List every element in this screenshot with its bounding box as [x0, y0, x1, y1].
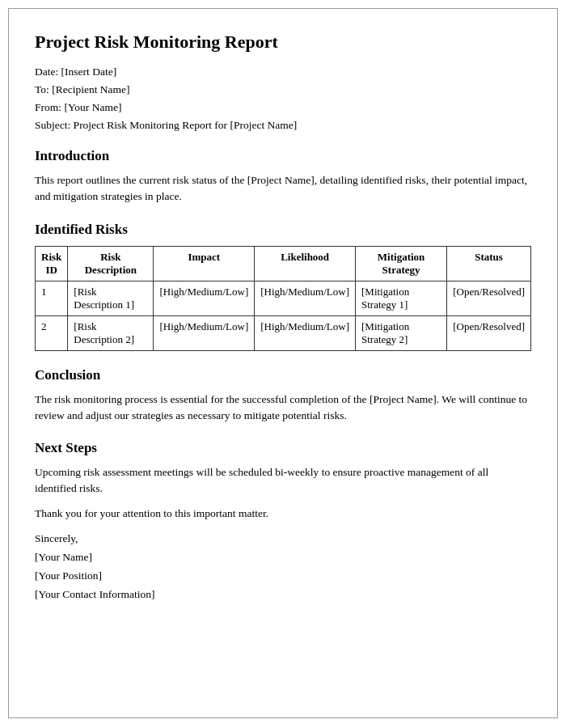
conclusion-heading: Conclusion — [35, 367, 531, 383]
cell-description: [Risk Description 2] — [68, 315, 154, 350]
identified-risks-heading: Identified Risks — [35, 222, 531, 238]
table-row: 2[Risk Description 2][High/Medium/Low][H… — [36, 315, 531, 350]
table-header-row: RiskID RiskDescription Impact Likelihood… — [36, 246, 531, 281]
document: Project Risk Monitoring Report Date: [In… — [8, 8, 558, 718]
document-title: Project Risk Monitoring Report — [35, 32, 531, 53]
signature-name: [Your Name] — [35, 548, 531, 567]
next-steps-heading: Next Steps — [35, 440, 531, 456]
signature-intro: Sincerely, — [35, 530, 531, 548]
cell-impact: [High/Medium/Low] — [154, 281, 255, 315]
col-likelihood: Likelihood — [255, 246, 356, 281]
cell-description: [Risk Description 1] — [68, 281, 154, 315]
introduction-heading: Introduction — [35, 148, 531, 164]
col-mitigation-strategy: MitigationStrategy — [356, 246, 447, 281]
cell-id: 2 — [36, 315, 68, 350]
cell-likelihood: [High/Medium/Low] — [255, 281, 356, 315]
signature-position: [Your Position] — [35, 567, 531, 586]
col-impact: Impact — [154, 246, 255, 281]
risk-table: RiskID RiskDescription Impact Likelihood… — [35, 246, 531, 351]
cell-status: [Open/Resolved] — [447, 315, 531, 350]
meta-from: From: [Your Name] — [35, 101, 531, 114]
col-status: Status — [447, 246, 531, 281]
cell-impact: [High/Medium/Low] — [154, 315, 255, 350]
cell-mitigation: [Mitigation Strategy 2] — [356, 315, 447, 350]
signature-contact: [Your Contact Information] — [35, 586, 531, 604]
cell-id: 1 — [36, 281, 68, 315]
cell-likelihood: [High/Medium/Low] — [255, 315, 356, 350]
page-wrapper: Project Risk Monitoring Report Date: [In… — [0, 0, 566, 728]
cell-mitigation: [Mitigation Strategy 1] — [356, 281, 447, 315]
cell-status: [Open/Resolved] — [447, 281, 531, 315]
table-row: 1[Risk Description 1][High/Medium/Low][H… — [36, 281, 531, 315]
next-steps-body2: Thank you for your attention to this imp… — [35, 506, 531, 522]
meta-subject: Subject: Project Risk Monitoring Report … — [35, 119, 531, 132]
meta-date: Date: [Insert Date] — [35, 66, 531, 78]
signature-block: Sincerely, [Your Name] [Your Position] [… — [35, 530, 531, 604]
conclusion-body: The risk monitoring process is essential… — [35, 392, 531, 425]
next-steps-body1: Upcoming risk assessment meetings will b… — [35, 464, 531, 497]
introduction-body: This report outlines the current risk st… — [35, 172, 531, 205]
col-risk-id: RiskID — [36, 246, 68, 281]
meta-to: To: [Recipient Name] — [35, 83, 531, 96]
col-risk-description: RiskDescription — [68, 246, 154, 281]
